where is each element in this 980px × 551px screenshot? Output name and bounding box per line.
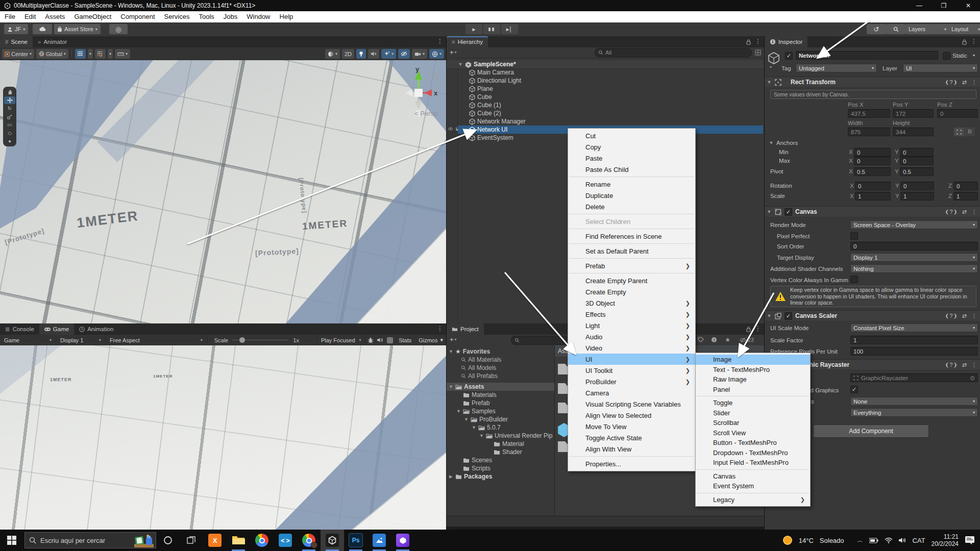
speaker-icon[interactable] (899, 537, 906, 543)
project-folder-5-0-7[interactable]: ▼5.0.7 (472, 423, 501, 432)
taskbar-app-unity-hub[interactable] (391, 530, 414, 551)
preferences-gear-button[interactable]: ◎ (109, 24, 128, 34)
taskbar-app-unity[interactable] (321, 530, 344, 551)
game-panel-menu-icon[interactable]: ⋮ (437, 325, 443, 332)
menu-item-legacy[interactable]: Legacy❯ (696, 495, 810, 505)
pivot-x-field[interactable]: 0.5 (854, 167, 891, 176)
scale-z-field[interactable]: 1 (953, 192, 978, 201)
project-menu-icon[interactable]: ⋮ (755, 325, 761, 332)
project-folder-materials[interactable]: Materials (456, 391, 497, 399)
shading-mode-dropdown[interactable]: ▾ (325, 49, 340, 59)
canvas-scaler-header[interactable]: ▼ ✓ Canvas Scaler ❨?❩⇄⋮ (765, 310, 980, 321)
menu-item-create-empty-parent[interactable]: Create Empty Parent (568, 275, 695, 286)
rotation-z-field[interactable]: 0 (953, 182, 978, 190)
shader-channels-dropdown[interactable]: Nothing▾ (850, 264, 978, 273)
sort-order-field[interactable]: 0 (850, 242, 978, 251)
inspector-lock-icon[interactable] (962, 39, 967, 45)
taskbar-app-chrome-profile[interactable] (297, 530, 321, 551)
menubar-item-services[interactable]: Services (160, 11, 194, 22)
view-tool-button[interactable] (4, 88, 15, 96)
minimize-button[interactable]: — (908, 0, 931, 11)
stats-button[interactable]: Stats (395, 337, 415, 343)
menu-item-scroll-view[interactable]: Scroll View (696, 428, 810, 438)
tab-console[interactable]: ≣Console (0, 323, 39, 335)
help-icon[interactable]: ❨?❩ (945, 209, 958, 215)
tab-animator[interactable]: »Animator (33, 36, 72, 47)
tool-handle-rotation-dropdown[interactable]: Global▾ (36, 49, 68, 59)
rotation-y-field[interactable]: 0 (900, 182, 934, 190)
scale-slider[interactable] (232, 335, 288, 345)
presets-icon[interactable]: ⇄ (962, 79, 967, 86)
menu-item-audio[interactable]: Audio❯ (568, 331, 695, 342)
grid-options-dropdown[interactable]: ▾ (88, 49, 93, 59)
row-visibility-icons[interactable] (448, 127, 459, 131)
ref-ppu-field[interactable]: 100 (850, 347, 978, 356)
tab-scene[interactable]: #Scene (0, 36, 33, 47)
hierarchy-item-network-manager[interactable]: Network Manager (458, 117, 763, 126)
help-icon[interactable]: ❨?❩ (945, 362, 958, 368)
menu-item-paste-as-child[interactable]: Paste As Child (568, 164, 695, 175)
global-search-button[interactable] (886, 24, 905, 34)
tray-temperature[interactable]: 14°C (799, 537, 814, 544)
vertex-color-checkbox[interactable] (850, 276, 858, 283)
render-mode-dropdown[interactable]: Screen Space - Overlay▾ (850, 220, 978, 229)
version-history-button[interactable]: ↺ (867, 24, 886, 34)
static-dropdown-caret[interactable]: ▾ (973, 53, 975, 58)
tray-chevron-icon[interactable]: ︿ (857, 537, 863, 544)
pos-z-field[interactable]: 0 (937, 109, 978, 118)
canvas-enabled-checkbox[interactable]: ✓ (785, 208, 792, 216)
hierarchy-item-cube-1[interactable]: Cube (1) (458, 101, 763, 109)
project-folder-packages[interactable]: ▶Packages (449, 472, 492, 481)
tab-animation[interactable]: Animation (74, 323, 118, 335)
menu-item-align-view-to-selected[interactable]: Align View to Selected (568, 410, 695, 421)
presets-icon[interactable]: ⇄ (962, 313, 967, 319)
pause-button[interactable]: ▮▮ (483, 24, 500, 34)
menu-item-slider[interactable]: Slider (696, 408, 810, 418)
menu-item-panel[interactable]: Panel (696, 385, 810, 395)
anchors-max-x-field[interactable]: 0 (854, 157, 891, 165)
add-component-button[interactable]: Add Component (813, 424, 929, 438)
tab-hierarchy[interactable]: ≡Hierarchy (447, 36, 488, 47)
hierarchy-item-cube[interactable]: Cube (458, 93, 763, 101)
search-by-type-icon[interactable] (698, 337, 704, 343)
raw-edit-button[interactable]: R (965, 128, 975, 136)
active-checkbox[interactable]: ✓ (785, 52, 793, 60)
component-menu-icon[interactable]: ⋮ (971, 362, 977, 368)
pivot-y-field[interactable]: 0.5 (900, 167, 934, 176)
step-button[interactable]: ►▏ (501, 24, 518, 34)
effects-toggle[interactable]: ▾ (381, 49, 396, 59)
menu-item-copy[interactable]: Copy (568, 141, 695, 153)
gizmos-dropdown[interactable]: Gizmos▾ (415, 337, 446, 343)
task-view-button[interactable] (180, 530, 203, 551)
scale-factor-field[interactable]: 1 (850, 336, 978, 344)
hierarchy-item-plane[interactable]: Plane (458, 85, 763, 93)
gizmo-lock-icon[interactable] (433, 76, 437, 80)
menubar-item-window[interactable]: Window (242, 11, 275, 22)
taskbar-app-vscode[interactable]: < > (274, 530, 297, 551)
tab-inspector[interactable]: Inspector (765, 36, 807, 47)
tab-project[interactable]: Project (447, 323, 484, 335)
menubar-item-gameobject[interactable]: GameObject (69, 11, 116, 22)
camera-settings-dropdown[interactable]: ▾ (412, 49, 427, 59)
snap-increment-toggle[interactable] (95, 49, 106, 59)
aspect-ratio-dropdown[interactable]: Free Aspect▾ (106, 335, 207, 345)
menu-item-toggle[interactable]: Toggle (696, 398, 810, 408)
project-favorite-all-materials[interactable]: All Materials (461, 356, 501, 364)
static-checkbox[interactable] (943, 52, 950, 60)
menubar-item-file[interactable]: File (0, 11, 20, 22)
pixel-perfect-checkbox[interactable] (850, 232, 858, 240)
presets-icon[interactable]: ⇄ (962, 209, 967, 215)
tray-language[interactable]: CAT (913, 537, 925, 544)
menubar-item-edit[interactable]: Edit (20, 11, 40, 22)
scene-viewport[interactable]: 1METER 1METER [Prototype] [Prototype] [P… (0, 60, 446, 323)
hierarchy-add-button[interactable]: +▾ (450, 48, 457, 56)
game-viewport[interactable]: 1METER 1METER (0, 345, 446, 530)
menu-item-effects[interactable]: Effects❯ (568, 309, 695, 320)
project-folder-material[interactable]: Material (487, 440, 524, 448)
menu-item-scrollbar[interactable]: Scrollbar (696, 418, 810, 428)
menu-item-toggle-active-state[interactable]: Toggle Active State (568, 432, 695, 443)
project-favorites-header[interactable]: ▼★Favorites (449, 347, 490, 356)
notification-center-icon[interactable] (965, 536, 975, 545)
scene-gizmos-dropdown[interactable]: ▾ (429, 49, 444, 59)
cortana-button[interactable] (156, 530, 180, 551)
